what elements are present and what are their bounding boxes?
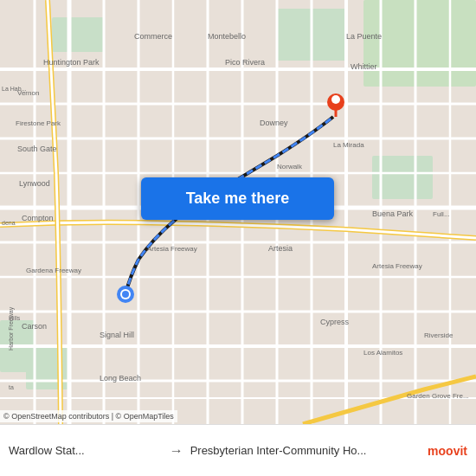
svg-text:Pico Rivera: Pico Rivera bbox=[225, 58, 265, 67]
svg-text:Buena Park: Buena Park bbox=[372, 209, 414, 218]
svg-text:Firestone Park: Firestone Park bbox=[16, 119, 61, 127]
svg-text:Long Beach: Long Beach bbox=[100, 374, 141, 383]
take-me-there-button[interactable]: Take me there bbox=[141, 177, 334, 220]
to-location-label: Presbyterian Inter-Community Ho... bbox=[190, 444, 421, 457]
route-arrow-icon: → bbox=[170, 443, 183, 459]
svg-text:La Puente: La Puente bbox=[346, 32, 382, 41]
svg-rect-5 bbox=[26, 346, 69, 389]
svg-text:Garden Grove Fre...: Garden Grove Fre... bbox=[407, 392, 469, 400]
svg-text:Downey: Downey bbox=[260, 119, 288, 127]
svg-text:Whittier: Whittier bbox=[351, 62, 377, 71]
svg-text:Cypress: Cypress bbox=[320, 318, 350, 326]
svg-text:Artesia: Artesia bbox=[268, 244, 293, 253]
osm-attribution: © OpenStreetMap contributors | © OpenMap… bbox=[0, 410, 177, 422]
moovit-logo: moovit bbox=[428, 444, 467, 458]
svg-text:Carson: Carson bbox=[22, 322, 47, 331]
map-container: Huntington Park Commerce Montebello La P… bbox=[0, 0, 476, 424]
svg-text:La Hab...: La Hab... bbox=[2, 86, 26, 92]
svg-rect-1 bbox=[52, 17, 104, 52]
svg-text:Hills: Hills bbox=[9, 315, 21, 321]
svg-text:Riverside: Riverside bbox=[424, 331, 453, 339]
svg-text:Harbor Freeway: Harbor Freeway bbox=[8, 306, 15, 351]
svg-text:Lynwood: Lynwood bbox=[19, 179, 50, 188]
svg-point-67 bbox=[122, 291, 129, 298]
svg-text:Los Alamitos: Los Alamitos bbox=[363, 349, 402, 357]
svg-text:Gardena Freeway: Gardena Freeway bbox=[26, 267, 81, 274]
svg-text:Artesia Freeway: Artesia Freeway bbox=[372, 262, 422, 270]
svg-text:Norwalk: Norwalk bbox=[277, 163, 303, 170]
svg-text:dena: dena bbox=[2, 220, 16, 226]
svg-text:Full...: Full... bbox=[433, 210, 450, 218]
svg-text:Signal Hill: Signal Hill bbox=[100, 331, 134, 339]
svg-text:Montebello: Montebello bbox=[208, 32, 246, 41]
svg-text:ta: ta bbox=[9, 384, 14, 390]
from-location-label: Wardlow Stat... bbox=[9, 444, 163, 457]
svg-text:Artesia Freeway: Artesia Freeway bbox=[147, 245, 197, 253]
moovit-logo-text: moovit bbox=[428, 444, 467, 458]
svg-text:Huntington Park: Huntington Park bbox=[43, 58, 100, 67]
svg-text:Compton: Compton bbox=[22, 214, 54, 222]
bottom-bar: Wardlow Stat... → Presbyterian Inter-Com… bbox=[0, 424, 476, 476]
svg-text:Commerce: Commerce bbox=[134, 32, 172, 41]
svg-text:La Mirada: La Mirada bbox=[333, 141, 364, 149]
svg-point-64 bbox=[331, 95, 340, 104]
svg-text:South Gate: South Gate bbox=[17, 145, 57, 153]
